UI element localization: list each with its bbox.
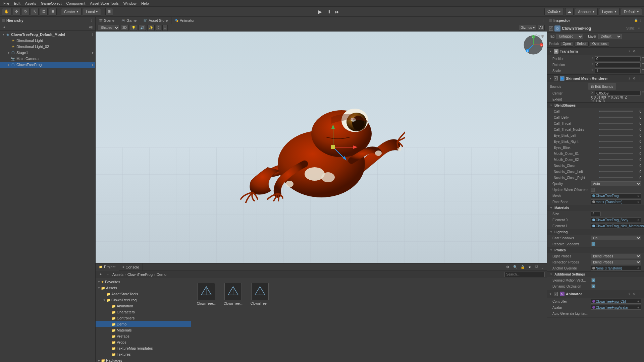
project-add-btn[interactable]: - bbox=[105, 272, 111, 278]
rect-tool-button[interactable]: ⊡ bbox=[40, 8, 48, 15]
lighting-section-header[interactable]: ▼ Lighting bbox=[547, 229, 644, 235]
asset-item-1[interactable]: ClownTree... bbox=[221, 282, 245, 307]
project-settings-btn[interactable]: ⚙ bbox=[505, 264, 511, 270]
asset-item-0[interactable]: ClownTree... bbox=[195, 282, 218, 307]
animator-enable-checkbox[interactable] bbox=[554, 292, 558, 296]
transform-settings-btn[interactable]: ⚙ bbox=[632, 49, 637, 54]
blend-nostrils-close-left-slider[interactable] bbox=[599, 171, 633, 172]
receive-shadows-checkbox[interactable] bbox=[591, 242, 595, 246]
layers-button[interactable]: Layers ▾ bbox=[599, 8, 620, 15]
tree-item-animation[interactable]: ▶ 📁 Animation bbox=[96, 303, 191, 309]
animator-info-btn[interactable]: ℹ bbox=[627, 292, 631, 296]
lighting-toggle-btn[interactable]: 💡 bbox=[130, 25, 137, 31]
menu-component[interactable]: Component bbox=[64, 0, 87, 6]
blend-nostrils-close-right-slider[interactable] bbox=[599, 177, 633, 178]
skinned-mesh-enable-checkbox[interactable] bbox=[554, 76, 558, 80]
object-active-checkbox[interactable] bbox=[549, 26, 553, 31]
project-back-btn[interactable]: + bbox=[98, 272, 104, 278]
tree-item-clowntreefrog[interactable]: ▶ ⬡ ClownTreeFrog ▶ bbox=[0, 62, 95, 68]
hierarchy-add-btn[interactable]: + bbox=[1, 24, 7, 31]
tree-item-materials[interactable]: ▶ 📁 Materials bbox=[96, 327, 191, 333]
transform-info-btn[interactable]: ℹ bbox=[627, 49, 631, 54]
resolution-btn[interactable]: □ bbox=[162, 25, 168, 31]
menu-gameobject[interactable]: GameObject bbox=[39, 0, 64, 6]
inspector-more-icon[interactable]: ⋮ bbox=[639, 18, 642, 22]
blend-eye-blink-right-slider[interactable] bbox=[599, 141, 633, 142]
blend-call-throat-slider[interactable] bbox=[599, 123, 633, 124]
menu-help[interactable]: Help bbox=[139, 0, 151, 6]
center-toggle[interactable]: Center ▾ bbox=[61, 8, 82, 15]
menu-file[interactable]: File bbox=[1, 0, 11, 6]
element1-ref[interactable]: ClownTreeFrog_Nicti_Membrane ⊙ bbox=[591, 224, 644, 228]
asset-item-2[interactable]: ClownTree... bbox=[248, 282, 272, 307]
project-tree[interactable]: ▼ ★ Favorites ▼ 📁 Assets ▶ 📁 AssetStoreT… bbox=[96, 278, 191, 362]
project-star-btn[interactable]: ★ bbox=[527, 264, 533, 270]
tree-item-props[interactable]: ▶ 📁 Props bbox=[96, 339, 191, 345]
inspector-lock-icon[interactable]: 🔒 bbox=[634, 18, 638, 22]
tree-item-maincamera[interactable]: ▶ 📷 Main Camera bbox=[0, 56, 95, 62]
viewport-more-icon[interactable]: ⋮ bbox=[541, 18, 545, 22]
hierarchy-more-icon[interactable]: ⋮ bbox=[90, 18, 93, 22]
tab-animator[interactable]: 🎭 Animator bbox=[171, 17, 198, 24]
overrides-btn[interactable]: Overrides bbox=[590, 41, 609, 47]
local-toggle[interactable]: Local ▾ bbox=[83, 8, 101, 15]
skinned-mesh-more-btn[interactable]: ⋮ bbox=[637, 76, 642, 81]
account-button[interactable]: Account ▾ bbox=[575, 8, 598, 15]
scale-tool-button[interactable]: ⤡ bbox=[31, 8, 39, 15]
tab-scene[interactable]: 🎬 Scene bbox=[96, 17, 118, 24]
quality-select[interactable]: Auto bbox=[591, 181, 641, 186]
gizmos-button[interactable]: Gizmos ▾ bbox=[519, 25, 536, 31]
rotate-tool-button[interactable]: ↻ bbox=[22, 8, 30, 15]
skinned-mesh-info-btn[interactable]: ℹ bbox=[627, 76, 631, 81]
dynamic-occlusion-checkbox[interactable] bbox=[591, 284, 595, 288]
materials-section-header[interactable]: ▼ Materials bbox=[547, 205, 644, 211]
breadcrumb-clowntreefrog[interactable]: ClownTreeFrog bbox=[127, 273, 153, 277]
animator-more-btn[interactable]: ⋮ bbox=[637, 292, 642, 296]
hierarchy-menu-icon[interactable]: ⋮ bbox=[91, 33, 94, 36]
layer-select[interactable]: Default bbox=[598, 34, 622, 39]
cast-shadows-select[interactable]: On bbox=[591, 236, 641, 240]
shading-mode-select[interactable]: Shaded bbox=[98, 25, 119, 31]
project-search-btn[interactable]: 🔍 bbox=[512, 264, 518, 270]
mode-2d-button[interactable]: 2D bbox=[121, 25, 128, 31]
transform-tool-button[interactable]: ⊞ bbox=[49, 8, 57, 15]
grid-snap-button[interactable]: ⊞ bbox=[105, 8, 113, 15]
tree-item-controllers[interactable]: ▶ 📁 Controllers bbox=[96, 315, 191, 321]
blend-call-slider[interactable] bbox=[599, 111, 633, 112]
tree-item-demo[interactable]: ▶ 📁 Demo bbox=[96, 321, 191, 327]
blend-nostrils-close-slider[interactable] bbox=[599, 165, 633, 166]
additional-settings-header[interactable]: ▼ Additional Settings bbox=[547, 271, 644, 277]
step-button[interactable]: ⏭ bbox=[333, 8, 341, 15]
mesh-ref[interactable]: ClownTreeFrog ⊙ bbox=[591, 193, 641, 198]
transform-header[interactable]: ▼ ⊞ Transform ℹ ⚙ ⋮ bbox=[547, 48, 644, 55]
blend-call-throat-nostrils-slider[interactable] bbox=[599, 129, 633, 130]
rotation-x-input[interactable] bbox=[595, 62, 641, 67]
viewport-all-button[interactable]: All bbox=[538, 25, 545, 31]
animator-settings-btn[interactable]: ⚙ bbox=[632, 292, 637, 296]
blend-eyes-blink-slider[interactable] bbox=[599, 147, 633, 148]
tree-item-characters[interactable]: ▶ 📁 Characters bbox=[96, 309, 191, 315]
blend-eye-blink-left-slider[interactable] bbox=[599, 135, 633, 136]
layout-button[interactable]: Default ▾ bbox=[621, 8, 642, 15]
skinned-mesh-settings-btn[interactable]: ⚙ bbox=[632, 76, 637, 81]
bounds-center-x[interactable] bbox=[595, 91, 641, 96]
collab-button[interactable]: Collab ▾ bbox=[544, 8, 564, 15]
move-tool-button[interactable]: ✛ bbox=[13, 8, 20, 15]
update-offscreen-checkbox[interactable] bbox=[591, 188, 595, 192]
breadcrumb-demo[interactable]: Demo bbox=[157, 273, 166, 277]
tab-game[interactable]: 🎮 Game bbox=[118, 17, 140, 24]
frame-counter-btn[interactable]: 0 bbox=[156, 25, 161, 31]
skinned-motion-vectors-checkbox[interactable] bbox=[591, 278, 595, 282]
skinned-mesh-header[interactable]: ▼ 🔷 Skinned Mesh Renderer ℹ ⚙ ⋮ bbox=[547, 75, 644, 82]
tree-item-packages[interactable]: ▶ 📁 Packages bbox=[96, 357, 191, 362]
reflection-probes-select[interactable]: Blend Probes bbox=[591, 260, 641, 264]
project-lock-btn[interactable]: 🔒 bbox=[520, 264, 526, 270]
tab-project[interactable]: 📁 Project bbox=[96, 263, 119, 271]
tab-assetstore[interactable]: 🛒 Asset Store bbox=[140, 17, 171, 24]
audio-toggle-btn[interactable]: 🔊 bbox=[139, 25, 146, 31]
tree-item-clowntreefrog-folder[interactable]: ▼ 📁 ClownTreeFrog bbox=[96, 297, 191, 303]
hierarchy-tree[interactable]: ▼ ◈ ClownTreeFrog_Default_Model ⋮ ▶ ☀ Di… bbox=[0, 31, 95, 362]
open-btn[interactable]: Open bbox=[560, 41, 573, 47]
menu-window[interactable]: Window bbox=[121, 0, 139, 6]
menu-assetstoretools[interactable]: Asset Store Tools bbox=[88, 0, 120, 6]
